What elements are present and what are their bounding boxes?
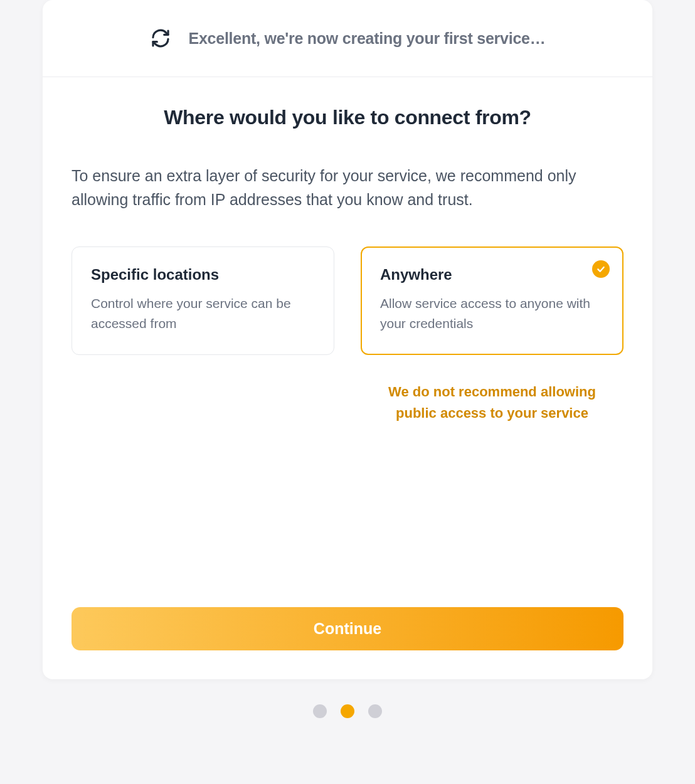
progress-dot-2 (341, 704, 354, 718)
option-title: Specific locations (91, 266, 315, 283)
option-description: Control where your service can be access… (91, 294, 315, 333)
progress-dots (313, 704, 382, 718)
banner: Excellent, we're now creating your first… (43, 0, 652, 77)
sync-icon (150, 28, 171, 49)
page-headline: Where would you like to connect from? (72, 106, 623, 129)
content: Where would you like to connect from? To… (43, 77, 652, 679)
continue-button[interactable]: Continue (72, 607, 623, 650)
progress-dot-1 (313, 704, 327, 718)
progress-dot-3 (368, 704, 382, 718)
option-anywhere[interactable]: Anywhere Allow service access to anyone … (361, 246, 623, 355)
warning-text: We do not recommend allowing public acce… (361, 381, 623, 424)
option-description: Allow service access to anyone with your… (380, 294, 604, 333)
option-specific-locations[interactable]: Specific locations Control where your se… (72, 246, 334, 355)
banner-text: Excellent, we're now creating your first… (189, 29, 546, 48)
page-subtext: To ensure an extra layer of security for… (72, 164, 623, 211)
check-icon (592, 260, 610, 278)
options-grid: Specific locations Control where your se… (72, 246, 623, 424)
option-title: Anywhere (380, 266, 604, 283)
wizard-card: Excellent, we're now creating your first… (43, 0, 652, 679)
